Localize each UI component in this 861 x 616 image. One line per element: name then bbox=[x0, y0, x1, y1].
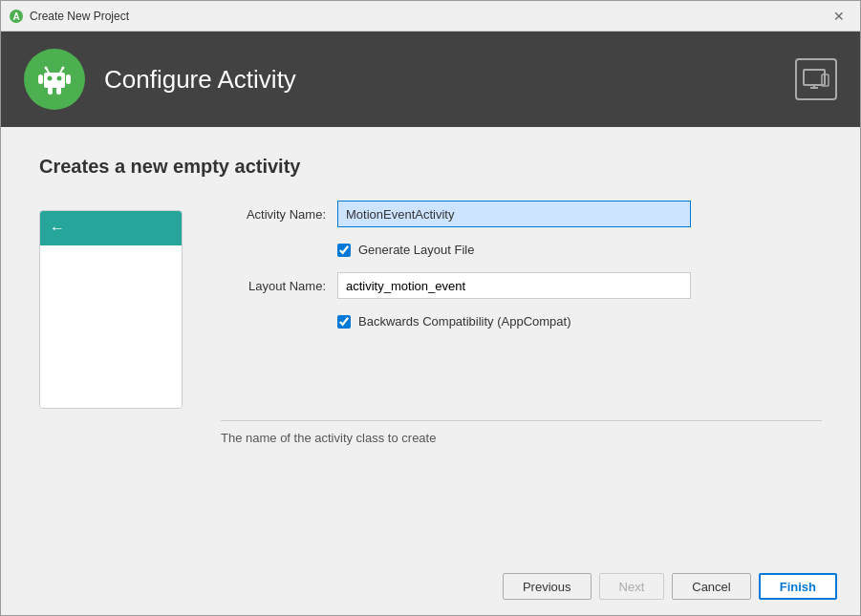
next-button: Next bbox=[599, 573, 665, 600]
phone-preview: ← bbox=[39, 210, 183, 409]
svg-rect-12 bbox=[48, 87, 53, 95]
svg-rect-10 bbox=[38, 74, 43, 84]
footer: Previous Next Cancel Finish bbox=[1, 558, 860, 615]
phone-body bbox=[40, 245, 182, 408]
content-area: Creates a new empty activity ← Activity … bbox=[1, 127, 860, 558]
header: Configure Activity bbox=[1, 32, 860, 127]
activity-name-label: Activity Name: bbox=[221, 207, 326, 222]
form-fields: Activity Name: Generate Layout File Layo… bbox=[221, 201, 822, 445]
activity-name-input[interactable] bbox=[337, 201, 691, 227]
window-title: Create New Project bbox=[30, 10, 826, 23]
generate-layout-label: Generate Layout File bbox=[358, 243, 474, 257]
back-arrow-icon: ← bbox=[50, 220, 65, 237]
layout-name-input[interactable] bbox=[337, 272, 691, 299]
svg-point-7 bbox=[45, 67, 48, 70]
activity-name-row: Activity Name: bbox=[221, 201, 822, 227]
generate-layout-checkbox[interactable] bbox=[337, 244, 351, 257]
svg-rect-3 bbox=[44, 73, 65, 88]
form-area: ← Activity Name: Generate Layout File bbox=[39, 201, 822, 445]
window: A Create New Project ✕ bbox=[0, 0, 861, 616]
header-title: Configure Activity bbox=[104, 65, 795, 95]
svg-text:A: A bbox=[12, 11, 19, 22]
phone-container: ← bbox=[39, 210, 183, 409]
phone-nav-bar: ← bbox=[40, 211, 182, 245]
svg-rect-11 bbox=[66, 74, 71, 84]
generate-layout-row: Generate Layout File bbox=[337, 243, 822, 257]
title-bar: A Create New Project ✕ bbox=[1, 1, 860, 32]
close-button[interactable]: ✕ bbox=[826, 3, 852, 30]
finish-button[interactable]: Finish bbox=[759, 573, 837, 600]
svg-point-9 bbox=[62, 67, 65, 70]
previous-button[interactable]: Previous bbox=[503, 573, 592, 600]
backwards-compat-checkbox[interactable] bbox=[337, 315, 351, 329]
backwards-compat-row: Backwards Compatibility (AppCompat) bbox=[337, 314, 822, 329]
window-icon: A bbox=[9, 9, 24, 24]
cancel-button[interactable]: Cancel bbox=[672, 573, 750, 600]
app-logo bbox=[24, 49, 85, 110]
backwards-compat-label: Backwards Compatibility (AppCompat) bbox=[358, 314, 571, 329]
header-device-icon bbox=[795, 58, 837, 100]
content-title: Creates a new empty activity bbox=[39, 156, 822, 178]
layout-name-label: Layout Name: bbox=[221, 279, 326, 293]
layout-name-row: Layout Name: bbox=[221, 272, 822, 299]
svg-point-4 bbox=[48, 76, 53, 81]
svg-point-5 bbox=[57, 76, 62, 81]
svg-rect-13 bbox=[56, 87, 61, 95]
divider bbox=[221, 420, 822, 421]
hint-text: The name of the activity class to create bbox=[221, 431, 822, 445]
